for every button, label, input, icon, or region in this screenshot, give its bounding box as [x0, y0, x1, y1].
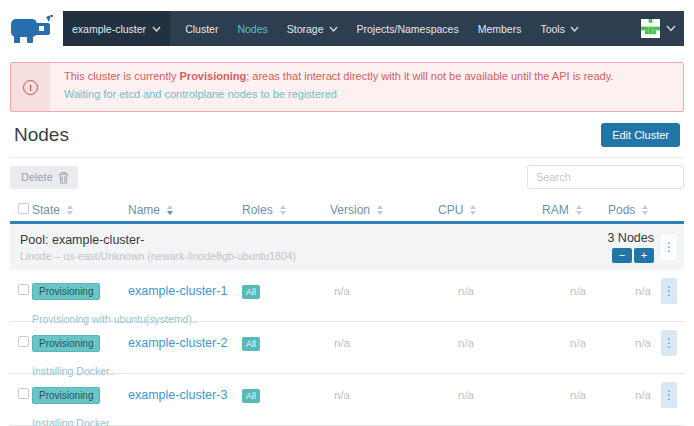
scale-down-button[interactable]: −	[612, 248, 632, 263]
nav-item-cluster[interactable]: Cluster	[185, 23, 218, 35]
node-name-link[interactable]: example-cluster-1	[128, 284, 227, 298]
nav-items: Cluster Nodes Storage Projects/Namespace…	[185, 11, 579, 46]
banner-icon-cell: !	[11, 63, 50, 111]
pods-value: n/a	[604, 285, 654, 297]
role-badge: All	[242, 389, 260, 403]
user-avatar-identicon	[641, 19, 660, 38]
trash-icon	[58, 171, 69, 184]
ram-value: n/a	[538, 337, 604, 349]
rancher-bull-icon	[10, 14, 54, 44]
sort-icon	[377, 205, 383, 215]
column-header-roles[interactable]: Roles	[238, 203, 326, 217]
delete-button[interactable]: Delete	[10, 166, 78, 189]
table-row: Provisioning example-cluster-3 All n/a n…	[10, 374, 684, 426]
chevron-down-icon	[329, 26, 338, 32]
minus-icon: −	[619, 249, 625, 261]
pods-value: n/a	[604, 389, 654, 401]
vertical-dots-icon: ⋮	[663, 241, 675, 253]
select-all-cell	[10, 203, 28, 217]
cluster-selector-dropdown[interactable]: example-cluster	[63, 11, 170, 46]
version-value: n/a	[326, 337, 434, 349]
role-badge: All	[242, 337, 260, 351]
pool-node-count: 3 Nodes	[534, 231, 654, 245]
column-header-cpu[interactable]: CPU	[434, 203, 538, 217]
banner-status: Waiting for etcd and controlplane nodes …	[64, 88, 613, 100]
nav-item-members[interactable]: Members	[478, 23, 522, 35]
sort-icon	[576, 205, 582, 215]
cluster-selector-label: example-cluster	[72, 23, 146, 35]
pool-info: Pool: example-cluster- Linode – us-east/…	[20, 233, 534, 262]
row-menu-button[interactable]: ⋮	[661, 278, 677, 304]
row-menu-button[interactable]: ⋮	[661, 330, 677, 356]
pool-scale-buttons: − +	[534, 248, 654, 263]
ram-value: n/a	[538, 285, 604, 297]
sort-icon	[280, 205, 286, 215]
table-toolbar: Delete	[10, 165, 684, 189]
row-status-detail: Installing Docker..	[10, 417, 684, 426]
column-header-state[interactable]: State	[28, 203, 124, 217]
top-bar: example-cluster Cluster Nodes Storage Pr…	[10, 11, 684, 46]
chevron-down-icon	[152, 26, 161, 32]
version-value: n/a	[326, 285, 434, 297]
user-menu[interactable]	[641, 11, 684, 46]
nav-item-tools[interactable]: Tools	[540, 23, 579, 35]
search-input[interactable]	[527, 165, 684, 189]
nav-spacer	[579, 11, 641, 46]
scale-up-button[interactable]: +	[634, 248, 654, 263]
column-header-version[interactable]: Version	[326, 203, 434, 217]
cpu-value: n/a	[434, 337, 538, 349]
row-status-detail: Installing Docker..	[10, 365, 684, 377]
nav-item-nodes[interactable]: Nodes	[237, 23, 267, 35]
cpu-value: n/a	[434, 285, 538, 297]
role-badge: All	[242, 285, 260, 299]
pool-scale: 3 Nodes − +	[534, 231, 654, 263]
page-title: Nodes	[14, 124, 69, 146]
provisioning-banner: ! This cluster is currently Provisioning…	[10, 62, 684, 112]
table-row: Provisioning example-cluster-1 All n/a n…	[10, 270, 684, 322]
table-row: Provisioning example-cluster-2 All n/a n…	[10, 322, 684, 374]
alert-icon: !	[23, 80, 38, 95]
column-header-name[interactable]: Name	[124, 203, 238, 217]
chevron-down-icon	[666, 25, 676, 32]
delete-button-label: Delete	[21, 171, 53, 183]
banner-text: This cluster is currently Provisioning; …	[50, 63, 613, 111]
ram-value: n/a	[538, 389, 604, 401]
table-header-row: State Name Roles Version CPU RAM Pods	[10, 198, 684, 224]
node-name-link[interactable]: example-cluster-3	[128, 388, 227, 402]
state-badge: Provisioning	[32, 387, 100, 404]
navbar: example-cluster Cluster Nodes Storage Pr…	[63, 11, 684, 46]
column-header-ram[interactable]: RAM	[538, 203, 604, 217]
state-badge: Provisioning	[32, 335, 100, 352]
sort-icon	[642, 205, 648, 215]
version-value: n/a	[326, 389, 434, 401]
pool-menu-cell: ⋮	[654, 234, 684, 260]
banner-message: This cluster is currently Provisioning; …	[64, 70, 613, 82]
sort-icon	[167, 205, 173, 215]
nav-item-storage[interactable]: Storage	[287, 23, 338, 35]
vertical-dots-icon: ⋮	[663, 285, 675, 297]
state-badge: Provisioning	[32, 283, 100, 300]
sort-icon	[67, 205, 73, 215]
node-name-link[interactable]: example-cluster-2	[128, 336, 227, 350]
vertical-dots-icon: ⋮	[663, 337, 675, 349]
column-header-pods[interactable]: Pods	[604, 203, 654, 217]
chevron-down-icon	[570, 26, 579, 32]
pool-subtitle: Linode – us-east/Unknown (newark-linode8…	[20, 250, 534, 262]
title-row: Nodes Edit Cluster	[10, 112, 684, 157]
rancher-logo[interactable]	[10, 11, 54, 46]
row-menu-button[interactable]: ⋮	[661, 382, 677, 408]
row-status-detail: Provisioning with ubuntu(systemd)..	[10, 313, 684, 325]
pool-row: Pool: example-cluster- Linode – us-east/…	[10, 224, 684, 270]
pool-menu-button[interactable]: ⋮	[661, 234, 677, 260]
sort-icon	[470, 205, 476, 215]
vertical-dots-icon: ⋮	[663, 389, 675, 401]
nav-item-projects-namespaces[interactable]: Projects/Namespaces	[357, 23, 459, 35]
pods-value: n/a	[604, 337, 654, 349]
plus-icon: +	[641, 249, 647, 261]
nodes-table: State Name Roles Version CPU RAM Pods Po…	[10, 198, 684, 426]
divider	[10, 157, 684, 158]
cpu-value: n/a	[434, 389, 538, 401]
pool-title: Pool: example-cluster-	[20, 233, 534, 247]
edit-cluster-button[interactable]: Edit Cluster	[601, 123, 680, 147]
